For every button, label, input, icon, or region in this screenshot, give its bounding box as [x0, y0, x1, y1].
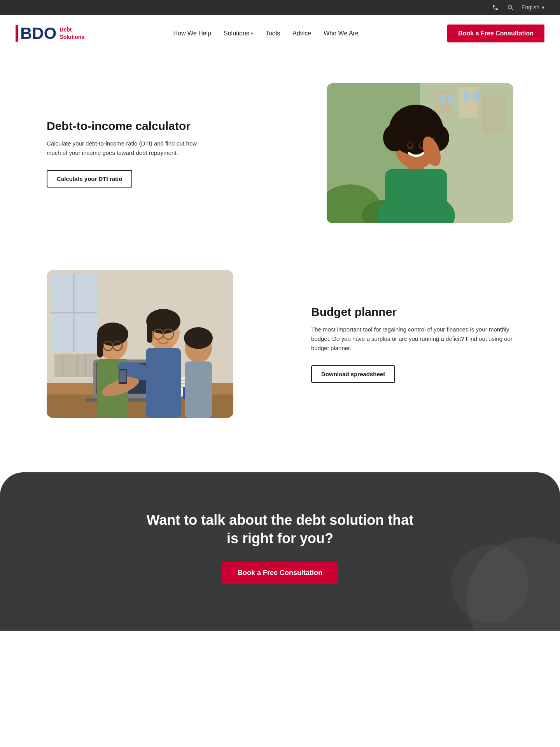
svg-point-23	[408, 142, 412, 147]
nav-who-we-are[interactable]: Who We Are	[324, 30, 359, 37]
dti-description: Calculate your debt-to-income ratio (DTI…	[47, 139, 210, 158]
budget-cta-button[interactable]: Download spreadsheet	[311, 365, 395, 383]
svg-point-20	[397, 109, 436, 136]
nav-how-we-help[interactable]: How We Help	[173, 30, 212, 37]
svg-rect-8	[472, 91, 480, 101]
language-label: English	[522, 4, 539, 11]
cta-title-line1: Want to talk about the debt solution tha…	[147, 512, 414, 528]
dti-image-inner	[327, 83, 513, 223]
language-selector[interactable]: English ▾	[522, 4, 544, 11]
phone-button[interactable]	[492, 4, 499, 11]
svg-rect-4	[482, 95, 506, 134]
nav-advice[interactable]: Advice	[292, 30, 311, 37]
main-nav: How We Help Solutions ▾ Tools Advice Who…	[173, 30, 359, 37]
budget-image	[47, 270, 233, 418]
svg-rect-60	[147, 321, 152, 343]
nav-solutions-label: Solutions	[224, 30, 249, 37]
svg-point-70	[184, 327, 213, 349]
svg-rect-12	[385, 169, 447, 223]
utility-bar: English ▾	[0, 0, 560, 15]
svg-rect-7	[463, 91, 470, 101]
svg-rect-6	[448, 95, 454, 103]
budget-section: Budget planner The most important tool f…	[0, 254, 560, 449]
svg-rect-5	[439, 95, 445, 103]
svg-rect-51	[97, 334, 103, 358]
budget-image-inner	[47, 270, 233, 418]
dti-section: Debt-to-income calculator Calculate your…	[0, 52, 560, 254]
site-header: BDO Debt Solutions How We Help Solutions…	[0, 15, 560, 52]
logo-subtitle-line2: Solutions	[60, 33, 84, 40]
dti-text-side: Debt-to-income calculator Calculate your…	[47, 119, 210, 188]
nav-solutions[interactable]: Solutions ▾	[224, 30, 253, 37]
budget-description: The most important tool for regaining co…	[311, 325, 513, 353]
language-chevron: ▾	[542, 4, 544, 11]
logo-bdo: BDO	[16, 25, 56, 42]
budget-text-side: Budget planner The most important tool f…	[311, 305, 513, 383]
cta-book-button[interactable]: Book a Free Consultation	[222, 562, 338, 584]
solutions-chevron-icon: ▾	[251, 31, 253, 36]
dti-image	[327, 83, 513, 223]
cta-title-line2: is right for you?	[227, 530, 333, 546]
dti-cta-button[interactable]: Calculate your DTI ratio	[47, 170, 132, 188]
budget-title: Budget planner	[311, 305, 513, 319]
header-cta-button[interactable]: Book a Free Consultation	[447, 25, 544, 42]
svg-rect-32	[54, 354, 97, 377]
logo-subtitle-line1: Debt	[60, 26, 84, 33]
svg-rect-68	[119, 370, 126, 382]
svg-rect-71	[185, 361, 212, 418]
svg-rect-65	[146, 348, 181, 418]
cta-title: Want to talk about the debt solution tha…	[16, 511, 544, 548]
logo-area[interactable]: BDO Debt Solutions	[16, 25, 84, 42]
logo-subtitle: Debt Solutions	[60, 26, 84, 40]
nav-tools[interactable]: Tools	[266, 30, 280, 37]
search-button[interactable]	[507, 4, 514, 11]
cta-section: Want to talk about the debt solution tha…	[0, 472, 560, 631]
dti-title: Debt-to-income calculator	[47, 119, 210, 133]
main-content: Debt-to-income calculator Calculate your…	[0, 52, 560, 631]
